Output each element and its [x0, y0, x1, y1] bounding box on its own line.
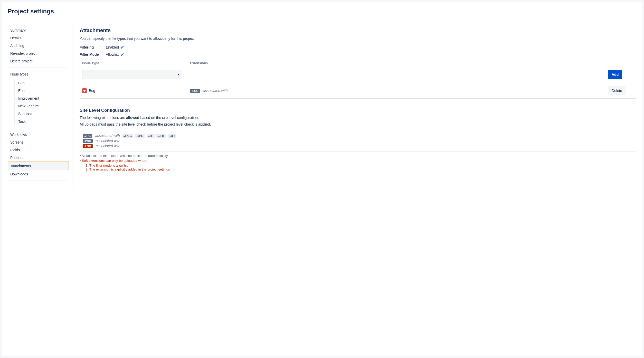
site-level-heading: Site Level Configuration: [80, 108, 636, 113]
sidebar-subitem-sub-task[interactable]: Sub-task: [15, 110, 69, 118]
divider: [8, 181, 69, 181]
row-issue-type: Bug: [89, 89, 95, 93]
filter-mode-label: Filter Mode: [80, 52, 106, 56]
content-heading: Attachments: [80, 27, 636, 33]
chevron-down-icon: ▾: [178, 73, 179, 76]
sidebar-subitem-task[interactable]: Task: [15, 118, 69, 125]
extension-pill: .JPG: [83, 134, 92, 138]
site-ext-row: .JPG associated with .JPEG .JPE .JIF .JF…: [83, 134, 636, 138]
extension-pill: .JPEG: [122, 134, 133, 138]
footnotes: * All associated extensions will also be…: [80, 154, 636, 171]
sidebar-item-screens[interactable]: Screens: [8, 138, 69, 146]
footnote-associated: * All associated extensions will also be…: [80, 154, 636, 158]
footnote-soft-item: The extension is explicitly added in the…: [89, 167, 636, 171]
sidebar-subitem-new-feature[interactable]: New Feature: [15, 102, 69, 110]
bug-icon: [82, 88, 87, 93]
issue-type-select[interactable]: ▾: [82, 70, 182, 79]
filtering-label: Filtering: [80, 45, 106, 49]
sidebar-item-fields[interactable]: Fields: [8, 146, 69, 154]
sidebar-item-downloads[interactable]: Downloads: [8, 170, 69, 178]
add-button[interactable]: Add: [608, 70, 622, 79]
extension-pill: .LOG: [83, 144, 93, 148]
associated-value: -: [122, 139, 124, 143]
filtering-value: Enabled: [106, 45, 119, 49]
column-header-issue-type: Issue Type: [80, 61, 190, 65]
associated-value: -: [122, 144, 124, 148]
extension-pill: .LOG: [190, 89, 200, 93]
sidebar-item-audit-log[interactable]: Audit log: [8, 42, 69, 50]
table-row: Bug .LOG associated with - Delete: [80, 83, 636, 99]
divider: [8, 68, 69, 68]
associated-with-label: associated with: [96, 144, 120, 148]
associated-with-label: associated with: [96, 139, 120, 143]
site-ext-row: .LOG associated with -: [83, 144, 636, 148]
extension-pill: .JFIF: [156, 134, 166, 138]
filter-table: Issue Type Extensions ▾ Add: [80, 61, 636, 99]
sidebar-item-reindex[interactable]: Re-index project: [8, 50, 69, 57]
sidebar-item-workflows[interactable]: Workflows: [8, 131, 69, 138]
column-header-extensions: Extensions: [190, 61, 608, 65]
filter-mode-value: Allowlist: [106, 52, 119, 56]
footnote-soft-item: The filter mode is allowlist: [89, 164, 636, 167]
extension-pill: .JPE: [135, 134, 145, 138]
sidebar-item-delete-project[interactable]: Delete project: [8, 57, 69, 65]
associated-value: -: [230, 89, 231, 93]
sidebar-item-summary[interactable]: Summary: [8, 26, 69, 34]
pencil-icon[interactable]: [120, 53, 124, 56]
extensions-input[interactable]: [190, 70, 602, 79]
extension-pill: .JFI: [168, 134, 176, 138]
sidebar-item-issue-types[interactable]: Issue types: [8, 70, 69, 78]
page-title: Project settings: [8, 8, 636, 15]
sidebar-subitem-epic[interactable]: Epic: [15, 87, 69, 95]
site-level-line2: All uploads must pass the site level che…: [80, 122, 636, 126]
footnote-soft-intro: * Soft extensions can only be uploaded w…: [80, 159, 636, 163]
sidebar-subitem-improvement[interactable]: Improvement: [15, 95, 69, 102]
sidebar-subitem-bug[interactable]: Bug: [15, 79, 69, 87]
associated-with-label: associated with: [95, 134, 120, 138]
divider: [8, 128, 69, 128]
content-description: You can specify the file types that you …: [80, 36, 636, 41]
extension-pill: .JIF: [147, 134, 155, 138]
main-content: Attachments You can specify the file typ…: [73, 21, 642, 189]
delete-button[interactable]: Delete: [608, 86, 626, 95]
sidebar-item-priorities[interactable]: Priorities: [8, 154, 69, 162]
extension-pill: .PNG: [83, 139, 93, 143]
sidebar-item-attachments[interactable]: Attachments: [8, 162, 69, 170]
site-extensions-block: .JPG associated with .JPEG .JPE .JIF .JF…: [80, 130, 636, 152]
associated-with-label: associated with: [203, 89, 228, 93]
sidebar: Summary Details Audit log Re-index proje…: [2, 21, 73, 189]
pencil-icon[interactable]: [120, 45, 124, 49]
sidebar-item-details[interactable]: Details: [8, 34, 69, 42]
site-level-line1: The following extensions are allowed bas…: [80, 116, 636, 120]
site-ext-row: .PNG associated with -: [83, 139, 636, 143]
